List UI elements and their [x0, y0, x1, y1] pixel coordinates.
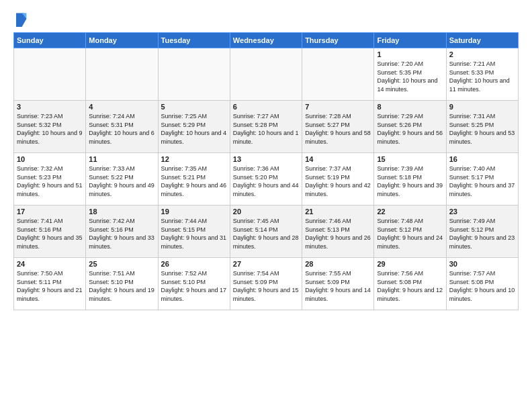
- calendar-cell: 11Sunrise: 7:33 AM Sunset: 5:22 PM Dayli…: [86, 153, 158, 205]
- day-info: Sunrise: 7:37 AM Sunset: 5:19 PM Dayligh…: [305, 165, 371, 198]
- day-header-wednesday: Wednesday: [230, 33, 302, 48]
- day-number: 28: [305, 260, 371, 268]
- day-number: 23: [449, 208, 515, 216]
- day-info: Sunrise: 7:54 AM Sunset: 5:09 PM Dayligh…: [233, 269, 299, 303]
- week-row-4: 17Sunrise: 7:41 AM Sunset: 5:16 PM Dayli…: [14, 205, 519, 258]
- day-info: Sunrise: 7:56 AM Sunset: 5:08 PM Dayligh…: [377, 269, 443, 303]
- day-number: 30: [449, 260, 515, 268]
- day-number: 5: [161, 103, 227, 111]
- calendar-cell: [14, 48, 86, 101]
- calendar-cell: 23Sunrise: 7:49 AM Sunset: 5:12 PM Dayli…: [446, 205, 518, 258]
- calendar-cell: 25Sunrise: 7:51 AM Sunset: 5:10 PM Dayli…: [86, 258, 158, 310]
- day-info: Sunrise: 7:31 AM Sunset: 5:25 PM Dayligh…: [449, 112, 515, 146]
- calendar-cell: 1Sunrise: 7:20 AM Sunset: 5:35 PM Daylig…: [374, 48, 446, 101]
- day-info: Sunrise: 7:51 AM Sunset: 5:10 PM Dayligh…: [89, 269, 154, 303]
- calendar-cell: [86, 48, 158, 101]
- day-number: 22: [377, 208, 443, 216]
- day-number: 29: [377, 260, 443, 268]
- calendar-cell: 7Sunrise: 7:28 AM Sunset: 5:27 PM Daylig…: [302, 101, 374, 153]
- calendar-cell: 26Sunrise: 7:52 AM Sunset: 5:10 PM Dayli…: [158, 258, 230, 310]
- calendar-cell: 19Sunrise: 7:44 AM Sunset: 5:15 PM Dayli…: [158, 205, 230, 258]
- logo-icon: [13, 11, 27, 27]
- calendar-cell: 14Sunrise: 7:37 AM Sunset: 5:19 PM Dayli…: [302, 153, 374, 205]
- page: SundayMondayTuesdayWednesdayThursdayFrid…: [0, 0, 532, 411]
- calendar-cell: 8Sunrise: 7:29 AM Sunset: 5:26 PM Daylig…: [374, 101, 446, 153]
- calendar-table: SundayMondayTuesdayWednesdayThursdayFrid…: [13, 32, 519, 310]
- day-info: Sunrise: 7:50 AM Sunset: 5:11 PM Dayligh…: [17, 269, 83, 303]
- week-row-3: 10Sunrise: 7:32 AM Sunset: 5:23 PM Dayli…: [14, 153, 519, 205]
- day-number: 20: [233, 208, 299, 216]
- calendar-cell: 13Sunrise: 7:36 AM Sunset: 5:20 PM Dayli…: [230, 153, 302, 205]
- week-row-2: 3Sunrise: 7:23 AM Sunset: 5:32 PM Daylig…: [14, 101, 519, 153]
- day-info: Sunrise: 7:21 AM Sunset: 5:33 PM Dayligh…: [449, 60, 515, 93]
- calendar-cell: 4Sunrise: 7:24 AM Sunset: 5:31 PM Daylig…: [86, 101, 158, 153]
- day-number: 6: [233, 103, 299, 111]
- day-info: Sunrise: 7:29 AM Sunset: 5:26 PM Dayligh…: [377, 112, 443, 146]
- calendar-cell: 10Sunrise: 7:32 AM Sunset: 5:23 PM Dayli…: [14, 153, 86, 205]
- day-header-sunday: Sunday: [14, 33, 86, 48]
- day-info: Sunrise: 7:57 AM Sunset: 5:08 PM Dayligh…: [449, 269, 515, 303]
- day-number: 12: [161, 155, 227, 163]
- day-info: Sunrise: 7:32 AM Sunset: 5:23 PM Dayligh…: [17, 165, 83, 198]
- day-header-thursday: Thursday: [302, 33, 374, 48]
- day-info: Sunrise: 7:39 AM Sunset: 5:18 PM Dayligh…: [377, 165, 443, 198]
- calendar-cell: 2Sunrise: 7:21 AM Sunset: 5:33 PM Daylig…: [446, 48, 518, 101]
- calendar-cell: 18Sunrise: 7:42 AM Sunset: 5:16 PM Dayli…: [86, 205, 158, 258]
- day-number: 19: [161, 208, 227, 216]
- day-number: 10: [17, 155, 83, 163]
- day-header-tuesday: Tuesday: [158, 33, 230, 48]
- day-info: Sunrise: 7:46 AM Sunset: 5:13 PM Dayligh…: [305, 217, 371, 250]
- day-number: 15: [377, 155, 443, 163]
- day-info: Sunrise: 7:24 AM Sunset: 5:31 PM Dayligh…: [89, 112, 154, 146]
- day-number: 27: [233, 260, 299, 268]
- day-info: Sunrise: 7:40 AM Sunset: 5:17 PM Dayligh…: [449, 165, 515, 198]
- calendar-cell: 16Sunrise: 7:40 AM Sunset: 5:17 PM Dayli…: [446, 153, 518, 205]
- day-number: 1: [377, 50, 443, 58]
- week-row-1: 1Sunrise: 7:20 AM Sunset: 5:35 PM Daylig…: [14, 48, 519, 101]
- day-number: 16: [449, 155, 515, 163]
- week-row-5: 24Sunrise: 7:50 AM Sunset: 5:11 PM Dayli…: [14, 258, 519, 310]
- day-number: 17: [17, 208, 83, 216]
- calendar-cell: 21Sunrise: 7:46 AM Sunset: 5:13 PM Dayli…: [302, 205, 374, 258]
- day-number: 11: [89, 155, 154, 163]
- day-number: 3: [17, 103, 83, 111]
- header: [13, 11, 519, 27]
- day-number: 14: [305, 155, 371, 163]
- calendar-cell: 22Sunrise: 7:48 AM Sunset: 5:12 PM Dayli…: [374, 205, 446, 258]
- calendar-cell: 30Sunrise: 7:57 AM Sunset: 5:08 PM Dayli…: [446, 258, 518, 310]
- day-info: Sunrise: 7:35 AM Sunset: 5:21 PM Dayligh…: [161, 165, 227, 198]
- calendar-cell: 12Sunrise: 7:35 AM Sunset: 5:21 PM Dayli…: [158, 153, 230, 205]
- calendar-cell: 20Sunrise: 7:45 AM Sunset: 5:14 PM Dayli…: [230, 205, 302, 258]
- day-number: 18: [89, 208, 154, 216]
- calendar-cell: 6Sunrise: 7:27 AM Sunset: 5:28 PM Daylig…: [230, 101, 302, 153]
- day-number: 2: [449, 50, 515, 58]
- logo: [13, 11, 30, 27]
- day-info: Sunrise: 7:55 AM Sunset: 5:09 PM Dayligh…: [305, 269, 371, 303]
- day-number: 25: [89, 260, 154, 268]
- day-info: Sunrise: 7:44 AM Sunset: 5:15 PM Dayligh…: [161, 217, 227, 250]
- calendar-cell: [158, 48, 230, 101]
- day-info: Sunrise: 7:20 AM Sunset: 5:35 PM Dayligh…: [377, 60, 443, 93]
- calendar-cell: 9Sunrise: 7:31 AM Sunset: 5:25 PM Daylig…: [446, 101, 518, 153]
- day-info: Sunrise: 7:36 AM Sunset: 5:20 PM Dayligh…: [233, 165, 299, 198]
- day-info: Sunrise: 7:33 AM Sunset: 5:22 PM Dayligh…: [89, 165, 154, 198]
- calendar-cell: 15Sunrise: 7:39 AM Sunset: 5:18 PM Dayli…: [374, 153, 446, 205]
- day-header-friday: Friday: [374, 33, 446, 48]
- day-number: 24: [17, 260, 83, 268]
- day-number: 26: [161, 260, 227, 268]
- calendar-cell: [230, 48, 302, 101]
- day-number: 4: [89, 103, 154, 111]
- day-info: Sunrise: 7:49 AM Sunset: 5:12 PM Dayligh…: [449, 217, 515, 250]
- day-info: Sunrise: 7:23 AM Sunset: 5:32 PM Dayligh…: [17, 112, 83, 146]
- calendar-cell: 29Sunrise: 7:56 AM Sunset: 5:08 PM Dayli…: [374, 258, 446, 310]
- day-info: Sunrise: 7:25 AM Sunset: 5:29 PM Dayligh…: [161, 112, 227, 146]
- day-info: Sunrise: 7:42 AM Sunset: 5:16 PM Dayligh…: [89, 217, 154, 250]
- day-info: Sunrise: 7:41 AM Sunset: 5:16 PM Dayligh…: [17, 217, 83, 250]
- calendar-header-row: SundayMondayTuesdayWednesdayThursdayFrid…: [14, 33, 519, 48]
- day-info: Sunrise: 7:27 AM Sunset: 5:28 PM Dayligh…: [233, 112, 299, 146]
- day-number: 9: [449, 103, 515, 111]
- calendar-cell: 27Sunrise: 7:54 AM Sunset: 5:09 PM Dayli…: [230, 258, 302, 310]
- day-number: 13: [233, 155, 299, 163]
- calendar-cell: [302, 48, 374, 101]
- calendar-cell: 28Sunrise: 7:55 AM Sunset: 5:09 PM Dayli…: [302, 258, 374, 310]
